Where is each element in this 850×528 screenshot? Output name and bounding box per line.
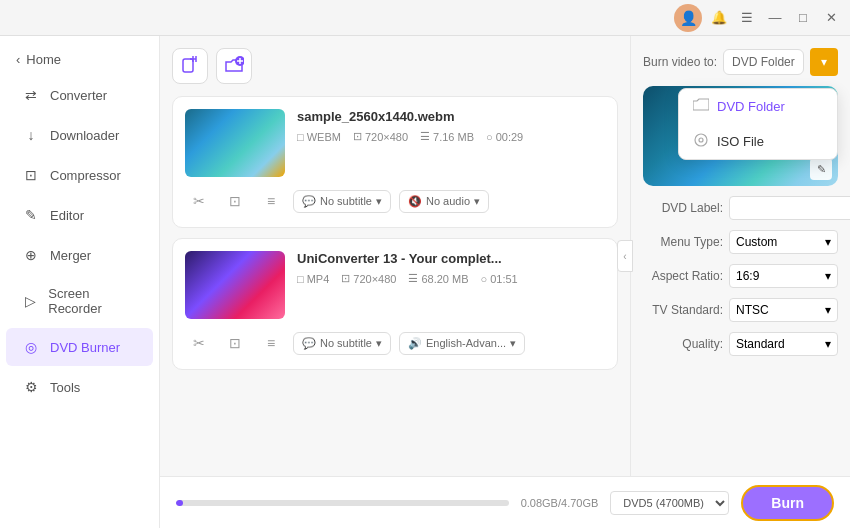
dvd-folder-icon xyxy=(693,98,709,115)
merger-icon: ⊕ xyxy=(22,246,40,264)
size-1: ☰ 7.16 MB xyxy=(420,130,474,143)
back-label: Home xyxy=(26,52,61,67)
dvd-type-select[interactable]: DVD5 (4700MB) xyxy=(610,491,729,515)
svg-point-8 xyxy=(699,138,703,142)
iso-file-icon xyxy=(693,133,709,150)
right-panel: ‹ Burn video to: DVD Folder ▾ DVD F xyxy=(630,36,850,476)
quality-label: Quality: xyxy=(643,337,723,351)
tv-standard-arrow: ▾ xyxy=(825,303,831,317)
video-info-2: UniConverter 13 - Your complet... □ MP4 … xyxy=(297,251,605,285)
aspect-ratio-row: Aspect Ratio: 16:9 ▾ xyxy=(643,264,838,288)
converter-icon: ⇄ xyxy=(22,86,40,104)
bottom-bar: 0.08GB/4.70GB DVD5 (4700MB) Burn xyxy=(160,476,850,528)
format-2: □ MP4 xyxy=(297,273,329,285)
burn-to-select[interactable]: DVD Folder xyxy=(723,49,804,75)
audio-arrow-1: ▾ xyxy=(474,195,480,208)
tv-standard-value: NTSC xyxy=(736,303,769,317)
storage-progress xyxy=(176,500,509,506)
quality-row: Quality: Standard ▾ xyxy=(643,332,838,356)
sidebar: ‹ Home ⇄ Converter ↓ Downloader ⊡ Compre… xyxy=(0,36,160,528)
menu-btn[interactable]: ☰ xyxy=(736,7,758,29)
subtitle-select-1[interactable]: 💬 No subtitle ▾ xyxy=(293,190,391,213)
dvd-burner-icon: ◎ xyxy=(22,338,40,356)
minimize-btn[interactable]: — xyxy=(764,7,786,29)
size-2: ☰ 68.20 MB xyxy=(408,272,468,285)
sidebar-item-screen-recorder[interactable]: ▷ Screen Recorder xyxy=(6,276,153,326)
resolution-2: ⊡ 720×480 xyxy=(341,272,396,285)
dropdown-label-dvd-folder: DVD Folder xyxy=(717,99,785,114)
video-thumb-1 xyxy=(185,109,285,177)
sidebar-label-merger: Merger xyxy=(50,248,91,263)
sidebar-label-editor: Editor xyxy=(50,208,84,223)
dvd-label-row: DVD Label: xyxy=(643,196,838,220)
more-btn-2[interactable]: ≡ xyxy=(257,329,285,357)
crop-btn-1[interactable]: ⊡ xyxy=(221,187,249,215)
sidebar-label-compressor: Compressor xyxy=(50,168,121,183)
aspect-ratio-arrow: ▾ xyxy=(825,269,831,283)
audio-select-2[interactable]: 🔊 English-Advan... ▾ xyxy=(399,332,525,355)
back-button[interactable]: ‹ Home xyxy=(0,44,159,75)
quality-select[interactable]: Standard ▾ xyxy=(729,332,838,356)
trim-btn-1[interactable]: ✂ xyxy=(185,187,213,215)
video-card-1-top: sample_2560x1440.webm □ WEBM ⊡ 720×480 xyxy=(185,109,605,177)
video-card-2-top: UniConverter 13 - Your complet... □ MP4 … xyxy=(185,251,605,319)
dvd-label-label: DVD Label: xyxy=(643,201,723,215)
dropdown-item-dvd-folder[interactable]: DVD Folder xyxy=(679,89,837,124)
res-icon-1: ⊡ xyxy=(353,130,362,143)
format-1: □ WEBM xyxy=(297,131,341,143)
audio-arrow-2: ▾ xyxy=(510,337,516,350)
burn-button[interactable]: Burn xyxy=(741,485,834,521)
sidebar-label-converter: Converter xyxy=(50,88,107,103)
sidebar-item-downloader[interactable]: ↓ Downloader xyxy=(6,116,153,154)
sidebar-item-editor[interactable]: ✎ Editor xyxy=(6,196,153,234)
preview-edit-button[interactable]: ✎ xyxy=(810,158,832,180)
menu-type-select[interactable]: Custom ▾ xyxy=(729,230,838,254)
tv-standard-select[interactable]: NTSC ▾ xyxy=(729,298,838,322)
menu-type-row: Menu Type: Custom ▾ xyxy=(643,230,838,254)
sidebar-item-dvd-burner[interactable]: ◎ DVD Burner xyxy=(6,328,153,366)
close-btn[interactable]: ✕ xyxy=(820,7,842,29)
aspect-ratio-select[interactable]: 16:9 ▾ xyxy=(729,264,838,288)
crop-btn-2[interactable]: ⊡ xyxy=(221,329,249,357)
video-info-1: sample_2560x1440.webm □ WEBM ⊡ 720×480 xyxy=(297,109,605,143)
trim-btn-2[interactable]: ✂ xyxy=(185,329,213,357)
resolution-1: ⊡ 720×480 xyxy=(353,130,408,143)
burn-to-row: Burn video to: DVD Folder ▾ xyxy=(643,48,838,76)
file-icon-1: □ xyxy=(297,131,304,143)
clock-icon-1: ○ xyxy=(486,131,493,143)
back-icon: ‹ xyxy=(16,52,20,67)
add-file-button[interactable] xyxy=(172,48,208,84)
more-btn-1[interactable]: ≡ xyxy=(257,187,285,215)
main-content: sample_2560x1440.webm □ WEBM ⊡ 720×480 xyxy=(160,36,850,528)
burn-to-value: DVD Folder xyxy=(732,55,795,69)
compressor-icon: ⊡ xyxy=(22,166,40,184)
audio-icon-2: 🔊 xyxy=(408,337,422,350)
audio-select-1[interactable]: 🔇 No audio ▾ xyxy=(399,190,489,213)
video-card-1-bottom: ✂ ⊡ ≡ 💬 No subtitle ▾ 🔇 No audio ▾ xyxy=(185,187,605,215)
tools-icon: ⚙ xyxy=(22,378,40,396)
dropdown-item-iso-file[interactable]: ISO File xyxy=(679,124,837,159)
sidebar-label-downloader: Downloader xyxy=(50,128,119,143)
subtitle-select-2[interactable]: 💬 No subtitle ▾ xyxy=(293,332,391,355)
sidebar-item-converter[interactable]: ⇄ Converter xyxy=(6,76,153,114)
video-card-2-bottom: ✂ ⊡ ≡ 💬 No subtitle ▾ 🔊 English-Advan...… xyxy=(185,329,605,357)
aspect-ratio-value: 16:9 xyxy=(736,269,759,283)
notification-btn[interactable]: 🔔 xyxy=(708,7,730,29)
left-panel: sample_2560x1440.webm □ WEBM ⊡ 720×480 xyxy=(160,36,630,476)
collapse-panel-btn[interactable]: ‹ xyxy=(617,240,633,272)
video-meta-1: □ WEBM ⊡ 720×480 ☰ 7.16 MB xyxy=(297,130,605,143)
subtitle-arrow-2: ▾ xyxy=(376,337,382,350)
toolbar xyxy=(172,48,618,84)
subtitle-arrow-1: ▾ xyxy=(376,195,382,208)
sidebar-item-merger[interactable]: ⊕ Merger xyxy=(6,236,153,274)
quality-value: Standard xyxy=(736,337,785,351)
burn-dropdown-arrow[interactable]: ▾ xyxy=(810,48,838,76)
aspect-ratio-label: Aspect Ratio: xyxy=(643,269,723,283)
res-icon-2: ⊡ xyxy=(341,272,350,285)
sidebar-item-compressor[interactable]: ⊡ Compressor xyxy=(6,156,153,194)
sidebar-item-tools[interactable]: ⚙ Tools xyxy=(6,368,153,406)
maximize-btn[interactable]: □ xyxy=(792,7,814,29)
dvd-label-input[interactable] xyxy=(729,196,850,220)
add-folder-button[interactable] xyxy=(216,48,252,84)
clock-icon-2: ○ xyxy=(481,273,488,285)
